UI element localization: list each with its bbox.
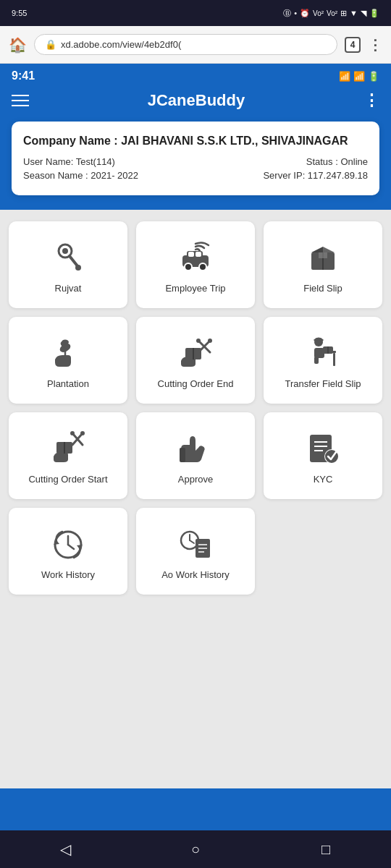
kyc-label: KYC [314, 474, 333, 486]
url-bar[interactable]: 🔒 xd.adobe.com/view/4eb2df0( [34, 34, 337, 55]
cutting-order-start-icon [48, 429, 88, 467]
svg-rect-27 [314, 357, 319, 364]
menu-item-transfer-field-slip[interactable]: Transfer Field Slip [264, 317, 382, 404]
user-name: User Name: Test(114) [23, 156, 115, 167]
header-more-icon[interactable]: ⋮ [363, 91, 379, 110]
rujvat-label: Rujvat [55, 283, 82, 295]
svg-point-24 [208, 339, 212, 343]
menu-item-cutting-order-end[interactable]: Cutting Order End [136, 317, 255, 404]
menu-item-work-history[interactable]: Work History [9, 508, 127, 595]
url-text: xd.adobe.com/view/4eb2df0( [61, 39, 181, 50]
svg-rect-7 [196, 252, 201, 257]
status-icons: Ⓑ • ⏰ Vo² Vo² ⊞ ▼ ◥ 🔋 [283, 8, 379, 19]
svg-line-47 [68, 545, 74, 549]
info-row-1: User Name: Test(114) Status : Online [23, 156, 368, 167]
svg-point-3 [75, 265, 81, 271]
svg-point-9 [199, 263, 206, 271]
app-signal-icons: 📶 📶 🔋 [339, 71, 379, 82]
menu-item-rujvat[interactable]: Rujvat [9, 221, 127, 308]
cutting-order-end-icon [175, 333, 216, 371]
svg-rect-14 [319, 252, 327, 258]
home-button[interactable]: ○ [181, 835, 210, 864]
employee-trip-icon [175, 238, 216, 276]
menu-grid-row1: Rujvat [9, 221, 382, 308]
svg-point-8 [185, 263, 192, 271]
menu-grid-row4: Work History [9, 508, 382, 595]
transfer-field-slip-icon [303, 333, 343, 371]
svg-point-37 [80, 431, 85, 435]
ao-work-history-icon [175, 524, 216, 562]
home-icon[interactable]: 🏠 [9, 36, 27, 54]
svg-line-52 [190, 540, 194, 543]
svg-marker-12 [323, 247, 335, 252]
svg-rect-38 [180, 448, 185, 462]
field-slip-label: Field Slip [303, 283, 342, 295]
approve-label: Approve [178, 474, 213, 486]
info-row-2: Season Name : 2021- 2022 Server IP: 117.… [23, 170, 368, 181]
bottom-nav: ◁ ○ □ [0, 830, 391, 868]
season-name: Season Name : 2021- 2022 [23, 170, 138, 181]
svg-marker-11 [311, 247, 323, 252]
status: Status : Online [306, 156, 368, 167]
svg-rect-29 [333, 353, 335, 366]
browser-more-icon[interactable]: ⋮ [368, 36, 382, 54]
app-title: JCaneBuddy [148, 91, 245, 110]
rujvat-icon [48, 238, 88, 276]
server-ip: Server IP: 117.247.89.18 [263, 170, 368, 181]
svg-point-18 [62, 339, 69, 344]
menu-item-ao-work-history[interactable]: Ao Work History [136, 508, 255, 595]
field-slip-icon [303, 238, 343, 276]
status-bar: 9:55 Ⓑ • ⏰ Vo² Vo² ⊞ ▼ ◥ 🔋 [0, 0, 391, 26]
app-header: JCaneBuddy ⋮ [0, 85, 391, 122]
employee-trip-label: Employee Trip [165, 283, 225, 295]
status-time: 9:55 [12, 9, 27, 17]
transfer-field-slip-label: Transfer Field Slip [285, 378, 361, 391]
company-name: Company Name : JAI BHAVANI S.S.K LTD., S… [23, 133, 368, 149]
plantation-icon [48, 333, 88, 371]
cutting-order-end-label: Cutting Order End [158, 378, 234, 391]
hamburger-menu-icon[interactable] [12, 91, 29, 110]
tab-badge[interactable]: 4 [345, 37, 361, 53]
work-history-icon [48, 524, 88, 562]
svg-point-23 [196, 339, 201, 343]
menu-item-field-slip[interactable]: Field Slip [264, 221, 382, 308]
menu-item-kyc[interactable]: KYC [264, 412, 382, 499]
menu-item-employee-trip[interactable]: Employee Trip [136, 221, 255, 308]
app-status-bar: 9:41 📶 📶 🔋 [0, 64, 391, 85]
plantation-label: Plantation [47, 378, 89, 391]
svg-point-36 [70, 431, 75, 435]
menu-grid-row2: Plantation [9, 317, 382, 404]
app-time: 9:41 [12, 69, 35, 82]
back-button[interactable]: ◁ [51, 835, 80, 864]
menu-item-cutting-order-start[interactable]: Cutting Order Start [9, 412, 127, 499]
kyc-icon [303, 429, 343, 467]
approve-icon [175, 429, 216, 467]
recent-button[interactable]: □ [311, 835, 340, 864]
menu-grid-row3: Cutting Order Start Approve [9, 412, 382, 499]
cutting-order-start-label: Cutting Order Start [28, 474, 107, 486]
menu-item-approve[interactable]: Approve [136, 412, 255, 499]
menu-item-plantation[interactable]: Plantation [9, 317, 127, 404]
browser-bar: 🏠 🔒 xd.adobe.com/view/4eb2df0( 4 ⋮ [0, 26, 391, 64]
app-container: 9:41 📶 📶 🔋 JCaneBuddy ⋮ Company Name : J… [0, 64, 391, 868]
main-content: Rujvat [0, 210, 391, 788]
svg-point-1 [62, 248, 68, 254]
ao-work-history-label: Ao Work History [161, 569, 230, 582]
info-card: Company Name : JAI BHAVANI S.S.K LTD., S… [12, 122, 379, 195]
work-history-label: Work History [41, 569, 95, 582]
svg-rect-6 [188, 252, 194, 257]
